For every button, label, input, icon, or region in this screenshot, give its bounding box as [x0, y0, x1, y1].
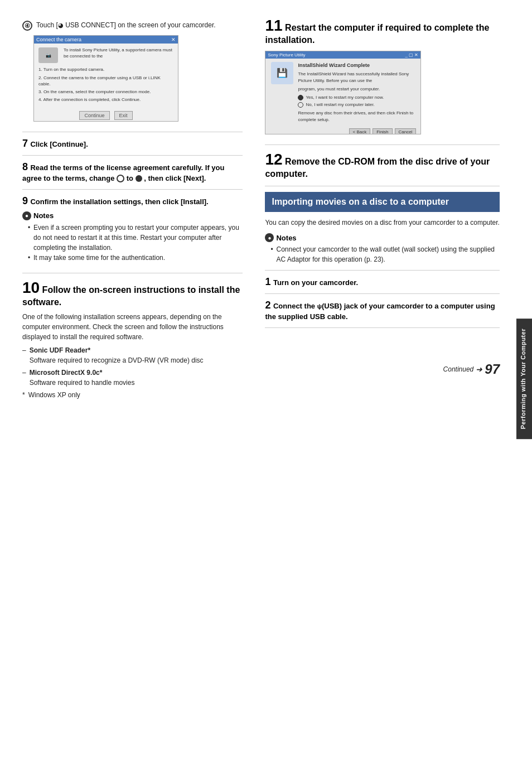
screenshot2-radio2: No, I will restart my computer later. [298, 102, 415, 108]
right-column: 11 Restart the computer if required to c… [254, 17, 500, 740]
screenshot1-buttons: Continue Exit [79, 111, 132, 120]
step9-block: 9 Confirm the installation settings, the… [22, 195, 243, 273]
step8-block: 8 Read the terms of the license agreemen… [22, 161, 243, 190]
bullet2: – Microsoft DirectX 9.0c* Software requi… [22, 368, 243, 388]
bullet1-sub: Software required to recognize a DVD-RW … [30, 356, 204, 364]
screenshot2-body: 💾 InstallShield Wizard Complete The Inst… [265, 59, 420, 126]
intro-step-block: ④ Touch [◕ USB CONNECT] on the screen of… [22, 20, 243, 132]
notes9-header: ● Notes [22, 211, 243, 220]
bullet2-sub: Software required to handle movies [30, 379, 135, 387]
screenshot2-back-btn[interactable]: < Back [349, 128, 371, 134]
step7-heading: 7 Click [Continue]. [22, 138, 243, 150]
notes9-icon: ● [22, 211, 31, 220]
screenshot1-content: 📷 To install Sony Picture Utility, a sup… [34, 45, 178, 107]
notes-section-block: ● Notes Connect your camcorder to the wa… [265, 233, 500, 264]
step12-number: 12 [265, 151, 282, 168]
screenshot1-body5: 2. Connect the camera to the computer us… [38, 75, 173, 87]
step9-title: Confirm the installation settings, then … [30, 197, 208, 206]
step11-title: Restart the computer if required to comp… [265, 23, 489, 45]
notes-section-title: Notes [276, 234, 296, 242]
section-heading: Importing movies on a disc to a computer [272, 196, 493, 208]
screenshot1-body1: To install Sony Picture Utility, a suppo… [64, 47, 173, 59]
notes-section-list: Connect your camcorder to the wall outle… [265, 244, 500, 264]
bullet2-content: Microsoft DirectX 9.0c* Software require… [30, 368, 135, 388]
screenshot1-body6: 3. On the camera, select the computer co… [38, 89, 173, 95]
notes9-item2: It may take some time for the authentica… [28, 253, 243, 263]
notes-section-item1: Connect your camcorder to the wall outle… [270, 244, 500, 264]
screenshot1-titlebar: Connect the camera ✕ [34, 36, 178, 44]
step11-number: 11 [265, 17, 282, 34]
screenshot2-finish-btn[interactable]: Finish [373, 128, 392, 134]
screenshot2-body1: The InstallShield Wizard has successfull… [298, 71, 415, 83]
screenshot2-body2: program, you must restart your computer. [298, 86, 415, 92]
notes9-block: ● Notes Even if a screen prompting you t… [22, 211, 243, 263]
screenshot2-titlebar: Sony Picture Utility _ ▢ ✕ [265, 51, 420, 59]
step9-number: 9 [22, 195, 28, 206]
notes-section-header: ● Notes [265, 233, 500, 242]
notes9-title: Notes [33, 211, 54, 220]
bullet3-main: Windows XP only [28, 391, 80, 399]
step10-body: One of the following installation screen… [22, 312, 243, 342]
usb-icon: ◕ [58, 22, 64, 28]
screenshot2-body3: Remove any disc from their drives, and t… [298, 110, 415, 122]
continued-line: Continued ➜ 97 [265, 361, 500, 377]
step10-block: 10 Follow the on-screen instructions to … [22, 279, 243, 408]
bullet2-dash: – [22, 368, 26, 388]
screenshot2-radio1: Yes, I want to restart my computer now. [298, 94, 415, 100]
step12-title: Remove the CD-ROM from the disc drive of… [265, 157, 490, 179]
screenshot1-body4: 1. Turn on the supported camera. [38, 66, 173, 73]
screenshot2-title: Sony Picture Utility [268, 52, 305, 57]
bullet1-dash: – [22, 345, 26, 365]
step1-block: 1 Turn on your camcorder. [265, 276, 500, 294]
screenshot1-continue-btn[interactable]: Continue [79, 111, 109, 120]
bullet3: * Windows XP only [22, 390, 243, 400]
screenshot1-body8: 4. After the connection is completed, cl… [38, 97, 173, 103]
step1-heading: 1 Turn on your camcorder. [265, 276, 500, 288]
step8-number: 8 [22, 161, 28, 172]
section-heading-block: Importing movies on a disc to a computer [265, 192, 500, 213]
step8-title: Read the terms of the license agreement … [22, 163, 224, 182]
step2-block: 2 Connect the ψ(USB) jack of your camcor… [265, 300, 500, 328]
step2-number: 2 [265, 300, 270, 311]
step7-number: 7 [22, 138, 28, 149]
bullet1-main: Sonic UDF Reader* [30, 346, 90, 354]
screenshot2-radio2-label: No, I will restart my computer later. [306, 102, 374, 108]
usb-psi-symbol: ψ [317, 303, 322, 310]
step12-heading: 12 Remove the CD-ROM from the disc drive… [265, 151, 500, 180]
step12-block: 12 Remove the CD-ROM from the disc drive… [265, 151, 500, 186]
screenshot2-wizard-title: InstallShield Wizard Complete [298, 62, 415, 69]
screenshot2-nav: < Back Finish Cancel [265, 126, 420, 134]
screenshot2-controls: _ ▢ ✕ [405, 52, 419, 57]
continued-text: Continued [443, 365, 474, 373]
screenshot-connect-camera: Connect the camera ✕ 📷 To install Sony P… [33, 35, 178, 122]
page-number: 97 [485, 361, 500, 377]
bullet1-content: Sonic UDF Reader* Software required to r… [30, 345, 204, 365]
step7-block: 7 Click [Continue]. [22, 138, 243, 156]
notes-section-icon: ● [265, 233, 274, 242]
screenshot1-exit-btn[interactable]: Exit [114, 111, 133, 120]
screenshot2-radio2-circle [298, 102, 303, 108]
page: Performing with Your Computer ④ Touch [◕… [0, 0, 532, 757]
main-content: ④ Touch [◕ USB CONNECT] on the screen of… [0, 0, 516, 757]
bullet1: – Sonic UDF Reader* Software required to… [22, 345, 243, 365]
step2-title: Connect the ψ(USB) jack of your camcorde… [265, 302, 495, 321]
divider1 [265, 270, 500, 271]
step11-block: 11 Restart the computer if required to c… [265, 17, 500, 145]
bullet3-dash: * [22, 390, 25, 400]
step7-title: Click [Continue]. [30, 140, 88, 148]
section-body: You can copy the desired movies on a dis… [265, 218, 500, 228]
sidebar-tab: Performing with Your Computer [516, 318, 532, 438]
step1-title: Turn on your camcorder. [273, 278, 358, 287]
step10-heading: 10 Follow the on-screen instructions to … [22, 279, 243, 308]
notes9-item1: Even if a screen prompting you to restar… [28, 223, 243, 253]
notes9-list: Even if a screen prompting you to restar… [22, 223, 243, 263]
screenshot1-close: ✕ [171, 37, 176, 42]
screenshot2-cancel-btn[interactable]: Cancel [395, 128, 417, 134]
step8-heading: 8 Read the terms of the license agreemen… [22, 161, 243, 184]
step1-number: 1 [265, 276, 270, 287]
bullet3-content: Windows XP only [28, 390, 80, 400]
intro-step-text: ④ Touch [◕ USB CONNECT] on the screen of… [22, 20, 243, 31]
step10-title: Follow the on-screen instructions to ins… [22, 285, 240, 307]
step10-bullets: – Sonic UDF Reader* Software required to… [22, 345, 243, 400]
step9-heading: 9 Confirm the installation settings, the… [22, 195, 243, 207]
